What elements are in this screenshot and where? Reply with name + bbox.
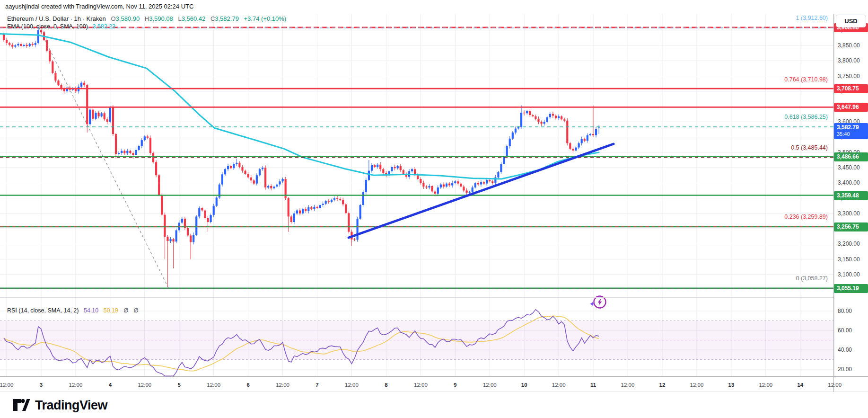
candle	[233, 164, 235, 168]
candle	[509, 139, 511, 146]
candle	[526, 111, 528, 114]
candle	[483, 182, 485, 184]
candle	[474, 183, 476, 187]
candle	[333, 198, 335, 200]
candle	[83, 83, 85, 85]
candle	[35, 43, 36, 45]
price-level-label: 3,647.96	[834, 103, 868, 112]
time-tick-label: 8	[385, 382, 388, 388]
tradingview-logo[interactable]: TradingView	[12, 398, 107, 413]
change-value: +3.74 (+0.10%)	[244, 15, 287, 22]
candle	[463, 187, 465, 190]
candle	[250, 178, 252, 180]
candle	[446, 184, 447, 187]
time-tick-label: 12:00	[0, 382, 13, 388]
candle	[328, 201, 330, 202]
candle	[319, 205, 321, 208]
candle	[425, 187, 427, 187]
candle	[569, 143, 571, 149]
candle	[112, 107, 114, 134]
candle	[236, 163, 237, 164]
high-value: 3,590.08	[149, 15, 173, 22]
fib-label-0.236[interactable]: 0.236 (3,259.89)	[784, 213, 828, 220]
ema-indicator-label: EMA (100, close, 0, SMA, 100)	[7, 23, 88, 30]
candle	[365, 180, 367, 192]
candle	[106, 119, 108, 122]
candle	[207, 218, 209, 222]
candle	[210, 215, 212, 222]
price-tick-label: 3,800.00	[838, 57, 860, 64]
flash-watermark-icon[interactable]	[590, 296, 606, 308]
time-tick-label: 12:00	[207, 382, 220, 388]
candle	[141, 140, 143, 146]
candle	[371, 165, 373, 171]
candle	[175, 230, 177, 241]
candle	[253, 180, 255, 183]
candle	[244, 171, 246, 174]
candle	[348, 213, 350, 231]
tradingview-screenshot: 3,900.003,850.003,800.003,750.003,700.00…	[0, 0, 868, 418]
currency-toggle-button[interactable]: USD	[836, 15, 866, 27]
candle	[454, 181, 456, 183]
candle	[6, 40, 8, 43]
candle	[279, 181, 281, 184]
candle	[316, 207, 318, 208]
candle	[187, 228, 189, 235]
candle	[164, 215, 166, 237]
candle	[17, 44, 19, 45]
time-tick-label: 12	[659, 382, 666, 388]
candle	[23, 45, 25, 46]
candle	[377, 165, 378, 167]
candle	[313, 207, 315, 209]
candle	[480, 182, 482, 185]
candle	[290, 216, 292, 222]
candle	[270, 186, 272, 188]
open-value: 3,580.90	[116, 15, 140, 22]
time-axis[interactable]: 12:00312:00412:00512:00612:00712:00812:0…	[0, 382, 842, 388]
candle	[443, 185, 445, 187]
candle	[506, 146, 508, 156]
candle	[230, 166, 232, 169]
candle	[57, 80, 59, 85]
symbol-legend[interactable]: Ethereum / U.S. Dollar · 1h · Kraken O3,…	[7, 15, 286, 22]
time-tick-label: 12:00	[690, 382, 704, 388]
rsi-tick-label: 80.00	[838, 308, 852, 314]
rsi-tick-label: 60.00	[838, 327, 852, 334]
candle	[500, 164, 502, 172]
fib-label-0[interactable]: 0 (3,058.27)	[796, 275, 828, 282]
candle	[54, 73, 56, 80]
price-tick-label: 3,400.00	[838, 179, 860, 186]
ema-legend[interactable]: EMA (100, close, 0, SMA, 100) 3,582.23	[7, 23, 115, 30]
time-tick-label: 12:00	[828, 382, 842, 388]
chart-canvas[interactable]: 3,900.003,850.003,800.003,750.003,700.00…	[0, 0, 868, 418]
fib-label-1[interactable]: 1 (3,912.60)	[796, 15, 828, 21]
time-tick-label: 12:00	[552, 382, 566, 388]
candle	[135, 150, 137, 155]
fib-label-0.618[interactable]: 0.618 (3,586.25)	[784, 114, 828, 120]
candle	[465, 191, 467, 193]
candle	[486, 180, 488, 184]
candle	[400, 166, 402, 170]
time-tick-label: 9	[454, 382, 456, 388]
candle	[353, 240, 355, 240]
price-tick-label: 3,200.00	[838, 240, 860, 247]
candle	[227, 166, 229, 169]
rsi-band	[0, 321, 833, 360]
fib-label-0.764[interactable]: 0.764 (3,710.98)	[784, 76, 828, 83]
ema-value: 3,582.23	[92, 23, 115, 30]
fib-label-0.5[interactable]: 0.5 (3,485.44)	[791, 144, 828, 151]
candle	[92, 110, 94, 119]
candle	[561, 116, 562, 119]
candle	[224, 169, 226, 174]
time-tick-label: 12:00	[621, 382, 635, 388]
candle	[89, 110, 91, 125]
candle	[52, 62, 53, 73]
candle	[331, 200, 333, 202]
candle	[517, 127, 519, 128]
price-level-label: 3,708.75	[834, 84, 868, 93]
candle	[201, 208, 203, 211]
rsi-legend[interactable]: RSI (14, close, SMA, 14, 2) 54.10 50.19 …	[7, 307, 140, 314]
candle	[238, 163, 240, 167]
candle	[414, 169, 416, 174]
candle	[118, 153, 120, 154]
